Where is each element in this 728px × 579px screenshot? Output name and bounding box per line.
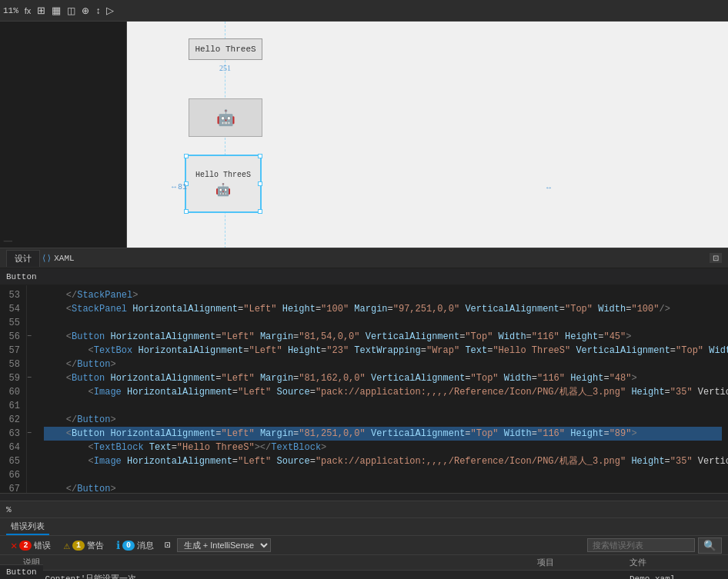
info-badge[interactable]: ℹ 0 消息 <box>112 537 159 554</box>
code-line-59: <Button HorizontalAlignment="Left" Margi… <box>44 371 722 385</box>
line-num-62: 62 <box>6 413 20 427</box>
center-button[interactable]: ⊕ <box>78 4 92 18</box>
line-num-53: 53 <box>6 288 20 302</box>
code-line-65: <Image HorizontalAlignment="Left" Source… <box>44 454 722 468</box>
line-num-67: 67 <box>6 482 20 493</box>
code-line-60: <Image HorizontalAlignment="Left" Source… <box>44 385 722 399</box>
info-count: 0 <box>122 541 135 551</box>
line-num-57: 57 <box>6 344 20 358</box>
code-line-64: <TextBlock Text="Hello ThreeS"></TextBlo… <box>44 441 722 454</box>
collapse-63[interactable]: − <box>27 427 38 441</box>
line-num-60: 60 <box>6 385 20 399</box>
code-line-56: <Button HorizontalAlignment="Left" Margi… <box>44 330 722 344</box>
collapse-59[interactable]: − <box>27 371 38 385</box>
xaml-icon: ⟨⟩ <box>42 253 52 263</box>
error-search-button[interactable]: 🔍 <box>698 537 722 554</box>
code-line-58: </Button> <box>44 358 722 371</box>
margin-indicator-left: ↔ 81 <box>172 183 187 191</box>
info-icon: ℹ <box>116 539 120 552</box>
error-row-1[interactable]: ✕ 属性'Content'只能设置一次。 Demo.xaml <box>0 571 728 579</box>
expand-button[interactable]: ▷ <box>103 3 117 18</box>
warning-count: 1 <box>72 541 85 551</box>
line-num-65: 65 <box>6 454 20 468</box>
sel-handle-mr <box>258 181 262 186</box>
line-num-66: 66 <box>6 468 20 482</box>
bottom-toolbar: % <box>0 501 728 517</box>
design-canvas[interactable]: Hello ThreeS 251 🤖 Hello ThreeS 🤖 ↔ 81 ↔ <box>127 22 728 248</box>
robot-icon: 🤖 <box>216 108 235 128</box>
breadcrumb-label: Button <box>6 567 37 577</box>
tab-xaml-container[interactable]: ⟨⟩ XAML <box>42 253 75 263</box>
error-row-1-desc: 属性'Content'只能设置一次。 <box>23 573 537 579</box>
panel-toggles: ⊡ <box>710 253 722 263</box>
left-gutter: │ <box>0 22 127 248</box>
error-badge[interactable]: ✕ 2 错误 <box>6 537 55 554</box>
code-content[interactable]: </StackPanel> <StackPanel HorizontalAlig… <box>38 285 728 493</box>
margin-label-251: 251 <box>219 64 231 72</box>
line-num-64: 64 <box>6 441 20 454</box>
error-toolbar: ✕ 2 错误 ⚠ 1 警告 ℹ 0 消息 ⊡ 生成 + IntelliSense… <box>0 536 728 555</box>
collapse-56[interactable]: − <box>27 330 38 344</box>
code-line-57: <TextBox HorizontalAlignment="Left" Heig… <box>44 344 722 358</box>
breadcrumb-text: Button <box>6 272 37 281</box>
error-row-1-file: Demo.xaml <box>629 574 722 580</box>
line-num-54: 54 <box>6 302 20 316</box>
line-num-55: 55 <box>6 316 20 330</box>
line-num-58: 58 <box>6 358 20 371</box>
tab-xaml-label[interactable]: XAML <box>54 254 74 263</box>
breadcrumb-row: Button <box>0 268 728 285</box>
sel-handle-bl <box>184 209 189 214</box>
percent-label: % <box>6 505 12 514</box>
error-list-area: 错误列表 ✕ 2 错误 ⚠ 1 警告 ℹ 0 消息 ⊡ 生成 + Intelli… <box>0 517 728 579</box>
code-line-53: </StackPanel> <box>44 288 722 302</box>
error-list-tab[interactable]: 错误列表 <box>6 519 49 535</box>
design-button-3[interactable]: Hello ThreeS 🤖 <box>185 155 262 213</box>
line-num-63: 63 <box>6 427 20 441</box>
warning-label: 警告 <box>87 540 104 551</box>
right-handle-indicator: ↔ <box>546 184 551 192</box>
design-button-2[interactable]: 🤖 <box>189 98 262 137</box>
code-line-54: <StackPanel HorizontalAlignment="Left" H… <box>44 302 722 316</box>
zoom-level: 11% <box>3 6 18 15</box>
filter-icon: ⊡ <box>165 539 171 551</box>
pin-button[interactable]: ↕ <box>92 4 103 18</box>
tab-design-label: 设计 <box>15 253 32 265</box>
grid-button[interactable]: ⊞ <box>34 3 48 18</box>
error-table-header: 说明 项目 文件 <box>0 555 728 571</box>
line-numbers: 53 54 55 56 57 58 59 60 61 62 63 64 65 6… <box>0 285 27 493</box>
warning-icon: ⚠ <box>63 539 69 552</box>
design-button-1-text: Hello ThreeS <box>195 45 255 54</box>
tabs-area: 设计 ⟨⟩ XAML Button ⊡ <box>0 248 728 268</box>
code-line-62: </Button> <box>44 413 722 427</box>
col-description: 说明 <box>23 557 537 568</box>
line-num-56: 56 <box>6 330 20 344</box>
breadcrumb-bar: Button <box>0 564 43 579</box>
warning-badge[interactable]: ⚠ 1 警告 <box>58 537 108 554</box>
robot-icon-2: 🤖 <box>215 182 231 198</box>
fx-button[interactable]: fx <box>22 5 35 17</box>
h-scrollbar[interactable] <box>0 493 728 501</box>
error-search-input[interactable] <box>587 538 695 552</box>
view-button[interactable]: ◫ <box>64 4 78 18</box>
sel-handle-br <box>258 209 262 214</box>
line-num-59: 59 <box>6 371 20 385</box>
info-label: 消息 <box>137 540 154 551</box>
col-project: 项目 <box>537 557 629 568</box>
build-selector[interactable]: 生成 + IntelliSense <box>177 538 271 552</box>
code-editor[interactable]: 53 54 55 56 57 58 59 60 61 62 63 64 65 6… <box>0 285 728 493</box>
tab-design[interactable]: 设计 <box>6 250 40 267</box>
collapse-icons: − − − <box>27 285 38 493</box>
table-button[interactable]: ▦ <box>48 3 64 18</box>
code-line-66 <box>44 468 722 482</box>
code-line-63: <Button HorizontalAlignment="Left" Margi… <box>44 427 722 441</box>
design-button-3-text: Hello ThreeS <box>195 171 251 179</box>
error-icon: ✕ <box>11 539 17 552</box>
design-button-1[interactable]: Hello ThreeS <box>189 38 262 60</box>
panel-toggle-btn[interactable]: ⊡ <box>710 253 722 263</box>
top-toolbar: 11% fx ⊞ ▦ ◫ ⊕ ↕ ▷ <box>0 0 728 22</box>
error-count: 2 <box>19 541 32 551</box>
error-tabs: 错误列表 <box>0 518 728 536</box>
error-label: 错误 <box>34 540 51 551</box>
sel-handle-tl <box>184 154 189 158</box>
code-line-61 <box>44 399 722 413</box>
